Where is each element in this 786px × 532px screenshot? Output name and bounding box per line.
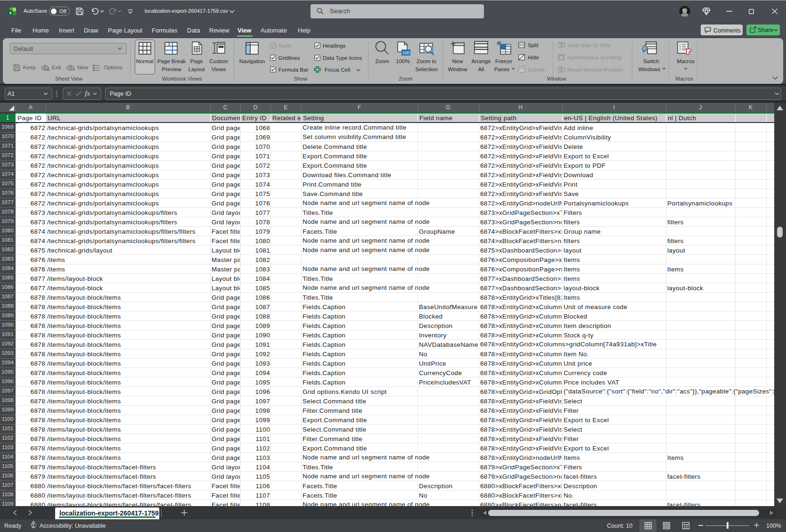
svg-text:x: x — [9, 10, 12, 15]
svg-text:100: 100 — [402, 50, 409, 55]
